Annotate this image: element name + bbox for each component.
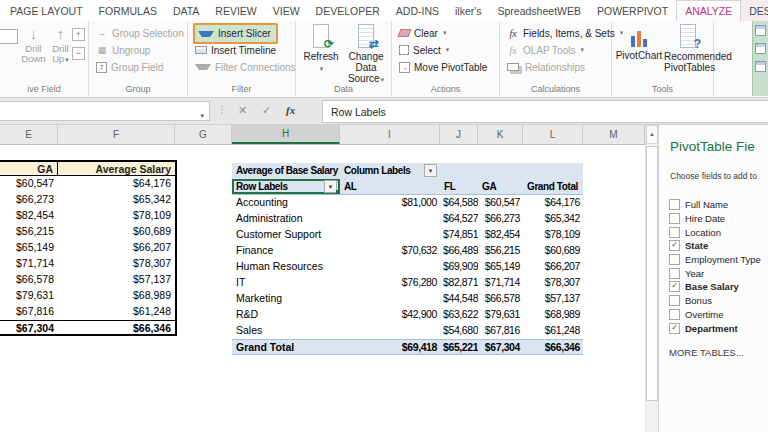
- pivot-cell[interactable]: Marketing: [232, 291, 340, 307]
- filter-connections-button[interactable]: Filter Connections: [195, 59, 296, 75]
- pivot-cell[interactable]: [340, 227, 440, 243]
- pivot-cell[interactable]: $66,273: [478, 211, 523, 227]
- pivot-cell[interactable]: IT: [232, 275, 340, 291]
- ribbon-tab-ilker-s[interactable]: ilker's: [447, 0, 490, 21]
- pivot-grand-total-cell[interactable]: Grand Total: [232, 340, 340, 354]
- pivot-cell[interactable]: Administration: [232, 211, 340, 227]
- expand-field-button[interactable]: +: [72, 28, 85, 41]
- summary-cell[interactable]: $66,273: [0, 192, 58, 208]
- drill-up-button[interactable]: ↑ Drill Up▾: [47, 25, 74, 65]
- summary-cell[interactable]: $65,342: [58, 192, 175, 208]
- field-checkbox[interactable]: [669, 295, 680, 306]
- field-item-state[interactable]: ✓State: [669, 239, 768, 253]
- field-item-overtime[interactable]: Overtime: [669, 308, 768, 322]
- field-checkbox[interactable]: [669, 213, 680, 224]
- summary-cell[interactable]: $78,307: [58, 256, 175, 272]
- summary-cell[interactable]: $71,714: [0, 256, 58, 272]
- refresh-button[interactable]: ⟳ Refresh ▾: [300, 23, 342, 74]
- pivot-cell[interactable]: $79,631: [478, 307, 523, 323]
- pivot-cell[interactable]: [478, 163, 523, 179]
- pivot-cell[interactable]: [440, 163, 478, 179]
- summary-cell[interactable]: $66,578: [0, 272, 58, 288]
- ribbon-tab-page-layout[interactable]: PAGE LAYOUT: [2, 0, 91, 21]
- cancel-icon[interactable]: ✕: [238, 104, 247, 117]
- pivot-cell[interactable]: $74,851: [440, 227, 478, 243]
- pivot-cell[interactable]: $56,215: [478, 243, 523, 259]
- clear-button[interactable]: Clear▾: [399, 25, 446, 41]
- move-pivottable-button[interactable]: → Move PivotTable: [399, 59, 487, 75]
- pivot-cell[interactable]: Finance: [232, 243, 340, 259]
- pivot-cell[interactable]: $78,307: [523, 275, 583, 291]
- formula-input[interactable]: Row Labels: [322, 100, 768, 123]
- scroll-up-button[interactable]: ▲: [646, 125, 658, 144]
- group-selection-button[interactable]: → Group Selection: [96, 25, 184, 41]
- pivot-cell[interactable]: $66,578: [478, 291, 523, 307]
- pivot-cell[interactable]: $70,632: [340, 243, 440, 259]
- pivot-cell[interactable]: $42,900: [340, 307, 440, 323]
- pivot-cell[interactable]: [340, 323, 440, 339]
- summary-cell[interactable]: $68,989: [58, 288, 175, 304]
- ungroup-button[interactable]: ▦ Ungroup: [96, 42, 150, 58]
- ribbon-tab-design[interactable]: DESIGN: [741, 0, 768, 21]
- ribbon-tab-view[interactable]: VIEW: [265, 0, 308, 21]
- summary-header-cell[interactable]: GA: [0, 162, 58, 175]
- pivot-cell[interactable]: $60,689: [523, 243, 583, 259]
- pivot-cell[interactable]: $54,680: [440, 323, 478, 339]
- field-list-button[interactable]: [755, 25, 766, 36]
- pivot-cell[interactable]: $60,547: [478, 195, 523, 211]
- field-item-hire-date[interactable]: Hire Date: [669, 212, 768, 226]
- summary-cell[interactable]: $60,689: [58, 224, 175, 240]
- pivot-column-header-cell[interactable]: Grand Total: [523, 179, 583, 194]
- field-item-location[interactable]: Location: [669, 225, 768, 239]
- pivot-cell[interactable]: [340, 211, 440, 227]
- ribbon-tab-review[interactable]: REVIEW: [207, 0, 264, 21]
- field-item-full-name[interactable]: Full Name: [669, 198, 768, 212]
- field-item-department[interactable]: ✓Department: [669, 321, 768, 335]
- pivot-cell[interactable]: $64,176: [523, 195, 583, 211]
- field-checkbox[interactable]: [669, 268, 680, 279]
- pivot-cell[interactable]: $65,149: [478, 259, 523, 275]
- pivot-cell[interactable]: $78,109: [523, 227, 583, 243]
- vertical-scrollbar[interactable]: ▲: [645, 125, 658, 432]
- pivot-cell[interactable]: R&D: [232, 307, 340, 323]
- relationships-button[interactable]: Relationships: [507, 59, 585, 75]
- pivot-column-labels-cell[interactable]: Column Labels▾: [340, 163, 440, 179]
- olap-tools-button[interactable]: fx OLAP Tools▾: [507, 42, 584, 58]
- summary-cell[interactable]: $66,207: [58, 240, 175, 256]
- plus-minus-buttons-button[interactable]: [755, 43, 766, 54]
- recommended-pivottables-button[interactable]: ? Recommended PivotTables: [664, 23, 712, 73]
- summary-header-cell[interactable]: Average Salary: [58, 162, 175, 175]
- column-header-h[interactable]: H: [232, 125, 340, 144]
- summary-cell[interactable]: $56,215: [0, 224, 58, 240]
- field-item-employment-type[interactable]: Employment Type: [669, 253, 768, 267]
- summary-total-cell[interactable]: $67,304: [0, 321, 58, 334]
- column-header-j[interactable]: J: [440, 125, 478, 144]
- pivot-cell[interactable]: $63,622: [440, 307, 478, 323]
- pivot-cell[interactable]: [523, 163, 583, 179]
- pivot-cell[interactable]: $61,248: [523, 323, 583, 339]
- sheet-grid[interactable]: GAAverage Salary$60,547$64,176$66,273$65…: [0, 145, 645, 432]
- pivot-grand-total-cell[interactable]: $69,418: [340, 340, 440, 354]
- column-header-i[interactable]: I: [340, 125, 440, 144]
- collapse-field-button[interactable]: −: [72, 47, 85, 60]
- pivot-cell[interactable]: $69,909: [440, 259, 478, 275]
- column-header-m[interactable]: M: [583, 125, 645, 144]
- pivot-cell[interactable]: $66,489: [440, 243, 478, 259]
- pivot-value-header-cell[interactable]: Average of Base Salary: [232, 163, 340, 179]
- ribbon-tab-analyze[interactable]: ANALYZE: [676, 0, 741, 21]
- scrollbar-thumb[interactable]: [646, 146, 658, 401]
- summary-cell[interactable]: $67,816: [0, 304, 58, 320]
- change-data-source-button[interactable]: ⇄ Change Data Source▾: [342, 23, 390, 85]
- field-checkbox[interactable]: [669, 309, 680, 320]
- ribbon-tab-data[interactable]: DATA: [165, 0, 207, 21]
- pivot-cell[interactable]: $57,137: [523, 291, 583, 307]
- fields-items-sets-button[interactable]: fx Fields, Items, & Sets▾: [507, 25, 623, 41]
- pivot-column-header-cell[interactable]: AL: [340, 179, 440, 194]
- enter-icon[interactable]: ✓: [262, 104, 271, 117]
- pivot-row-labels-cell[interactable]: Row Labels▾: [232, 179, 340, 194]
- pivot-cell[interactable]: $64,588: [440, 195, 478, 211]
- pivot-cell[interactable]: Accounting: [232, 195, 340, 211]
- summary-cell[interactable]: $82,454: [0, 208, 58, 224]
- active-field-name-box[interactable]: [0, 29, 18, 44]
- summary-cell[interactable]: $57,137: [58, 272, 175, 288]
